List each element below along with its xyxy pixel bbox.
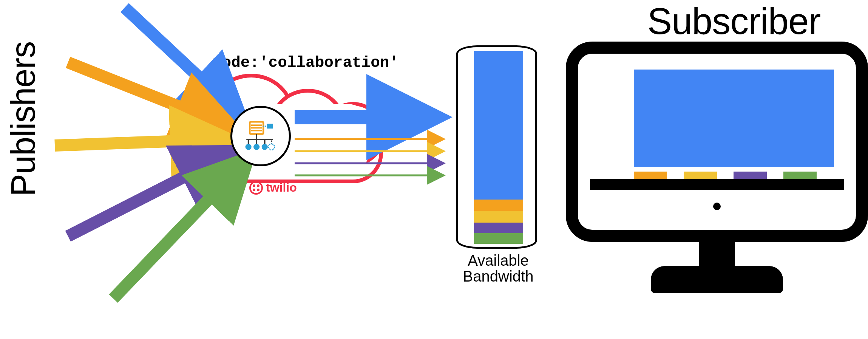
pub-arrow-blue — [125, 8, 242, 117]
svg-point-14 — [262, 144, 268, 150]
pub-arrow-yellow — [55, 139, 230, 146]
svg-point-15 — [269, 144, 275, 150]
svg-point-12 — [246, 144, 252, 150]
media-server-icon — [230, 106, 291, 166]
pub-arrow-orange — [68, 62, 234, 128]
publisher-arrows — [0, 0, 868, 339]
svg-point-13 — [253, 144, 259, 150]
diagram-stage: twilio Publishers Subscriber mode:'colla… — [0, 0, 868, 339]
svg-rect-4 — [267, 124, 273, 129]
